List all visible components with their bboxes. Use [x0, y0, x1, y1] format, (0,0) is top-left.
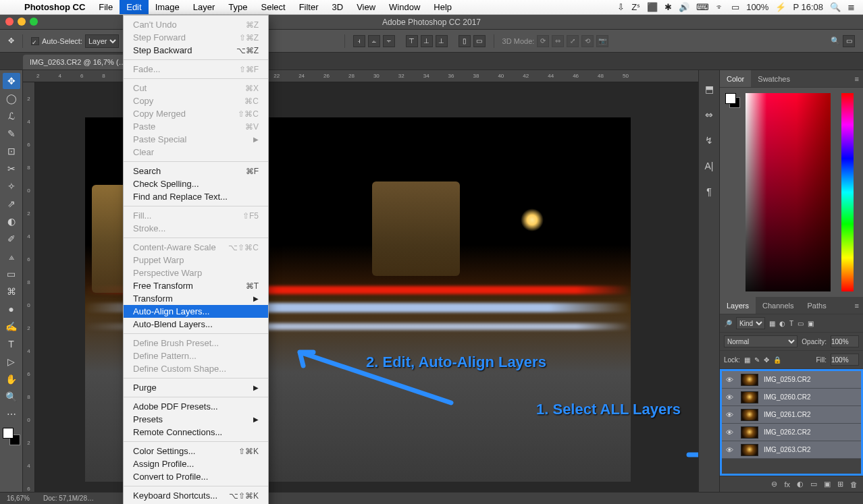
- lock-trans-icon[interactable]: ▦: [744, 356, 750, 364]
- layer-thumbnail[interactable]: [741, 426, 758, 439]
- filter-smart-icon[interactable]: ▣: [808, 320, 814, 327]
- panel-fg-swatch[interactable]: [725, 93, 736, 104]
- layers-panel-menu-icon[interactable]: ≡: [851, 302, 863, 310]
- tab-color[interactable]: Color: [720, 70, 751, 87]
- menuitem-transform[interactable]: Transform▶: [124, 292, 268, 305]
- wifi-icon[interactable]: ᯤ: [716, 2, 725, 12]
- align-left-icon[interactable]: ⫞: [353, 35, 365, 47]
- dropbox-icon[interactable]: ⇩: [617, 2, 625, 12]
- lock-pos-icon[interactable]: ✥: [764, 356, 769, 364]
- control-center-icon[interactable]: ≣: [847, 2, 855, 12]
- opacity-input[interactable]: [831, 335, 859, 347]
- layer-row[interactable]: 👁IMG_0260.CR2: [722, 389, 861, 406]
- path-select-tool[interactable]: ▷: [3, 354, 20, 370]
- align-right-icon[interactable]: ⫟: [383, 35, 395, 47]
- close-window[interactable]: [5, 18, 14, 26]
- panel-icon-2[interactable]: ⇔: [702, 108, 716, 121]
- filter-adjust-icon[interactable]: ◐: [779, 320, 785, 327]
- align-hcenter-icon[interactable]: ⫠: [368, 35, 380, 47]
- menu-3d[interactable]: 3D: [325, 0, 350, 14]
- hand-tool[interactable]: ✋: [3, 371, 20, 387]
- bluetooth-icon[interactable]: ✱: [664, 2, 672, 12]
- fx-icon[interactable]: fx: [784, 480, 790, 488]
- align-vcenter-icon[interactable]: ⊥: [421, 35, 433, 47]
- layer-thumbnail[interactable]: [741, 409, 758, 421]
- menuitem-step-backward[interactable]: Step Backward⌥⌘Z: [124, 44, 268, 57]
- auto-select-checkbox[interactable]: [31, 37, 39, 45]
- menuitem-check-spelling[interactable]: Check Spelling...: [124, 177, 268, 190]
- tab-channels[interactable]: Channels: [756, 297, 800, 314]
- menu-type[interactable]: Type: [221, 0, 254, 14]
- fg-swatch[interactable]: [3, 428, 14, 439]
- display-icon[interactable]: ▭: [731, 2, 739, 12]
- filter-type-icon[interactable]: T: [789, 320, 793, 327]
- brush-tool[interactable]: ⇗: [3, 196, 20, 212]
- clone-stamp-tool[interactable]: ◐: [3, 213, 20, 229]
- menuitem-auto-align-layers[interactable]: Auto-Align Layers...: [124, 305, 268, 318]
- menu-layer[interactable]: Layer: [186, 0, 222, 14]
- marquee-tool[interactable]: ◯: [3, 90, 20, 107]
- menu-view[interactable]: View: [350, 0, 382, 14]
- filter-icon[interactable]: 🔎: [724, 320, 732, 327]
- menu-help[interactable]: Help: [427, 0, 459, 14]
- menuitem-auto-blend-layers[interactable]: Auto-Blend Layers...: [124, 318, 268, 331]
- lock-paint-icon[interactable]: ✎: [754, 356, 760, 364]
- history-brush-tool[interactable]: ✐: [3, 231, 20, 247]
- visibility-eye-icon[interactable]: 👁: [726, 428, 735, 437]
- menu-edit[interactable]: Edit: [120, 0, 148, 14]
- menu-file[interactable]: File: [92, 0, 120, 14]
- tab-swatches[interactable]: Swatches: [751, 70, 797, 87]
- clock[interactable]: P 16:08: [793, 2, 823, 12]
- menuitem-find-and-replace-text[interactable]: Find and Replace Text...: [124, 190, 268, 203]
- crop-tool[interactable]: ⊡: [3, 143, 20, 159]
- input-icon[interactable]: ⌨: [696, 2, 709, 12]
- menuitem-assign-profile[interactable]: Assign Profile...: [124, 457, 268, 470]
- menuitem-purge[interactable]: Purge▶: [124, 381, 268, 394]
- layer-row[interactable]: 👁IMG_0259.CR2: [722, 371, 861, 389]
- delete-layer-icon[interactable]: 🗑: [850, 480, 858, 488]
- zoom-window[interactable]: [30, 18, 38, 26]
- move-tool[interactable]: ✥: [3, 73, 20, 89]
- panel-icon-5[interactable]: ¶: [702, 185, 716, 198]
- battery-icon[interactable]: ⚡: [775, 2, 786, 12]
- menu-filter[interactable]: Filter: [292, 0, 325, 14]
- menuitem-remote-connections[interactable]: Remote Connections...: [124, 426, 268, 439]
- filter-kind[interactable]: Kind: [736, 317, 765, 329]
- filter-shape-icon[interactable]: ▭: [797, 320, 804, 327]
- link-layers-icon[interactable]: ⊖: [771, 480, 777, 488]
- menuitem-presets[interactable]: Presets▶: [124, 413, 268, 426]
- menuitem-convert-to-profile[interactable]: Convert to Profile...: [124, 470, 268, 483]
- visibility-eye-icon[interactable]: 👁: [726, 393, 735, 401]
- layer-list[interactable]: 👁IMG_0259.CR2👁IMG_0260.CR2👁IMG_0261.CR2👁…: [720, 369, 863, 476]
- tab-paths[interactable]: Paths: [801, 297, 833, 314]
- menuitem-color-settings[interactable]: Color Settings...⇧⌘K: [124, 445, 268, 457]
- color-spectrum[interactable]: [746, 93, 831, 291]
- zoom-tool[interactable]: 🔍: [3, 389, 20, 405]
- mask-icon[interactable]: ◐: [797, 480, 804, 488]
- eraser-tool[interactable]: ⟁: [3, 248, 20, 264]
- panel-fg-bg-swatches[interactable]: [725, 93, 740, 108]
- zs-icon[interactable]: Zˢ: [631, 2, 640, 12]
- dodge-tool[interactable]: ●: [3, 301, 20, 317]
- lock-all-icon[interactable]: 🔒: [773, 356, 781, 364]
- menu-select[interactable]: Select: [254, 0, 292, 14]
- blend-mode[interactable]: Normal: [724, 335, 797, 347]
- fg-bg-swatches[interactable]: [3, 428, 20, 445]
- align-bottom-icon[interactable]: ⊥: [436, 35, 448, 47]
- eyedropper-tool[interactable]: ✂: [3, 161, 20, 177]
- edit-toolbar[interactable]: ⋯: [3, 406, 20, 422]
- visibility-eye-icon[interactable]: 👁: [726, 376, 735, 384]
- app-menu[interactable]: Photoshop CC: [18, 0, 92, 14]
- tab-layers[interactable]: Layers: [720, 297, 756, 314]
- spotlight-icon[interactable]: 🔍: [830, 2, 841, 12]
- adjust-layer-icon[interactable]: ▭: [810, 480, 817, 488]
- auto-select-target[interactable]: Layer: [85, 34, 119, 48]
- search-icon[interactable]: 🔍: [831, 36, 840, 45]
- distribute-h-icon[interactable]: ▯: [459, 35, 471, 47]
- pen-tool[interactable]: ✍: [3, 318, 20, 335]
- new-layer-icon[interactable]: ⊞: [837, 480, 843, 488]
- evernote-icon[interactable]: ⬛: [647, 2, 658, 12]
- workspace-switcher[interactable]: ▭: [843, 35, 855, 47]
- type-tool[interactable]: T: [3, 336, 20, 352]
- doc-info[interactable]: Doc: 57,1M/28…: [43, 495, 94, 502]
